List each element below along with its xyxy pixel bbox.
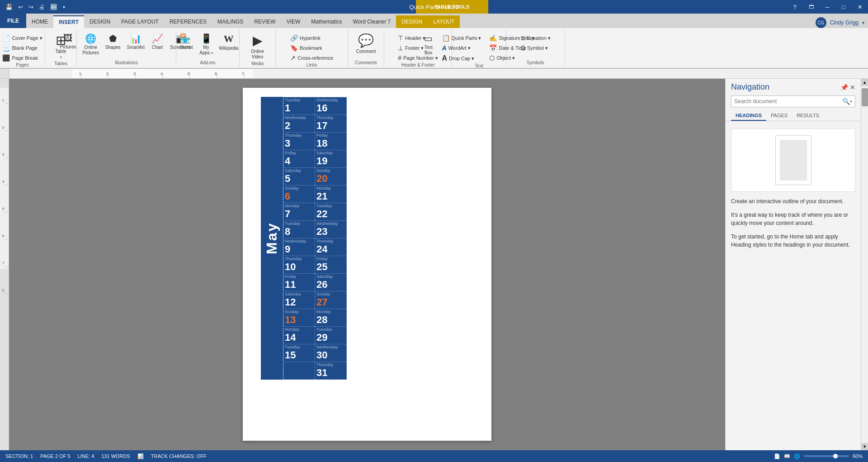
maximize-button[interactable]: □: [835, 0, 852, 14]
store-button[interactable]: 🏪 Store: [176, 32, 194, 52]
scroll-down-button[interactable]: ▼: [861, 443, 868, 450]
drop-cap-label: Drop Cap ▾: [449, 56, 474, 62]
ribbon-group-comments: 💬 Comment Comments: [348, 30, 384, 66]
text-box-label: TextBox: [424, 45, 432, 56]
cross-reference-button[interactable]: ↗ Cross-reference: [288, 53, 336, 62]
online-pictures-button[interactable]: 🌐 OnlinePictures: [80, 32, 102, 57]
user-name[interactable]: Cindy Grigg: [830, 19, 859, 26]
links-group-label: Links: [307, 62, 317, 68]
nav-tab-pages[interactable]: PAGES: [766, 111, 792, 121]
comment-button[interactable]: 💬 Comment: [354, 32, 378, 56]
pictures-button[interactable]: 🖼 Pictures: [57, 32, 79, 51]
tab-word-cleaner[interactable]: Word Cleaner 7: [347, 15, 396, 28]
tab-table-design[interactable]: DESIGN: [396, 15, 428, 28]
nav-description-1: Create an interactive outline of your do…: [731, 197, 855, 205]
tab-file[interactable]: FILE: [0, 14, 26, 28]
calendar-row: Thursday3Friday18: [283, 133, 347, 150]
chart-icon: 📈: [152, 33, 163, 44]
document-area[interactable]: May Tuesday1Wednesday16Wednesday2Thursda…: [9, 79, 725, 450]
search-icon[interactable]: 🔍: [842, 98, 850, 105]
nav-description-2: It's a great way to keep track of where …: [731, 211, 855, 227]
vertical-scrollbar[interactable]: ▲ ▼: [861, 79, 868, 450]
my-apps-button[interactable]: 📱 My Apps ▾: [195, 32, 217, 57]
save-icon[interactable]: 💾: [4, 3, 14, 11]
drop-cap-button[interactable]: A Drop Cap ▾: [439, 53, 484, 63]
tab-references[interactable]: REFERENCES: [164, 15, 212, 28]
symbol-button[interactable]: Ω Symbol ▾: [518, 43, 553, 52]
calendar-row: Monday14Tuesday29: [283, 327, 347, 344]
text-box-button[interactable]: ▭ TextBox: [420, 32, 437, 57]
scroll-thumb[interactable]: [862, 88, 868, 106]
zoom-thumb[interactable]: [833, 454, 838, 458]
close-button[interactable]: ✕: [852, 0, 868, 14]
hyperlink-button[interactable]: 🔗 Hyperlink: [288, 33, 336, 43]
svg-text:8: 8: [2, 288, 5, 292]
view-normal-icon[interactable]: 📄: [774, 453, 780, 459]
tab-review[interactable]: REVIEW: [249, 15, 281, 28]
tab-table-layout[interactable]: LAYOUT: [428, 15, 460, 28]
status-track: TRACK CHANGES: OFF: [151, 453, 207, 459]
print-icon[interactable]: 🖨: [37, 3, 47, 11]
vertical-ruler: 1 2 3 4 5 6 7 8: [0, 79, 9, 450]
equation-button[interactable]: π Equation ▾: [518, 33, 553, 43]
cover-page-button[interactable]: 📄 Cover Page ▾: [0, 33, 45, 43]
date-time-icon: 📅: [489, 44, 497, 52]
navigation-panel: Navigation 📌 ✕ 🔍 ▾ HEADINGS PAGES RESULT…: [725, 79, 861, 450]
quick-parts-button[interactable]: 📋 Quick Parts ▾: [439, 33, 484, 43]
calendar-cell-right: Wednesday16: [315, 97, 347, 115]
smartart-icon: 📊: [130, 33, 142, 44]
user-avatar: CG: [816, 17, 826, 28]
navigation-search-input[interactable]: [734, 98, 842, 105]
help-button[interactable]: ?: [787, 0, 803, 14]
online-video-label: OnlineVideo: [251, 49, 264, 60]
my-apps-icon: 📱: [201, 33, 212, 44]
scroll-up-button[interactable]: ▲: [861, 79, 868, 86]
bookmark-button[interactable]: 🔖 Bookmark: [288, 43, 336, 52]
my-apps-label: My Apps ▾: [198, 45, 214, 56]
page-break-button[interactable]: ⬛ Page Break: [0, 53, 45, 62]
nav-close-icon[interactable]: ✕: [850, 84, 855, 91]
tab-view[interactable]: VIEW: [281, 15, 306, 28]
restore-button[interactable]: 🗖: [803, 0, 819, 14]
minimize-button[interactable]: ─: [819, 0, 835, 14]
online-video-button[interactable]: ▶ OnlineVideo: [248, 32, 267, 61]
addins-items: 🏪 Store 📱 My Apps ▾ W Wikipedia: [176, 30, 239, 60]
ribbon-tabs: FILE HOME INSERT DESIGN PAGE LAYOUT REFE…: [0, 14, 868, 28]
wordart-button[interactable]: A WordArt ▾: [439, 43, 484, 52]
status-page: PAGE 2 OF 5: [40, 453, 70, 459]
calendar-cell-left: Sunday13: [283, 309, 315, 327]
zoom-level: 60%: [853, 453, 863, 459]
view-read-icon[interactable]: 📖: [784, 453, 790, 459]
nav-search-dropdown-icon[interactable]: ▾: [850, 99, 852, 104]
quick-parts-label: Quick Parts ▾: [452, 35, 481, 41]
view-web-icon[interactable]: 🌐: [794, 453, 800, 459]
tab-mailings[interactable]: MAILINGS: [212, 15, 249, 28]
svg-text:5: 5: [188, 71, 190, 76]
tab-home[interactable]: HOME: [26, 15, 53, 28]
zoom-slider[interactable]: [804, 455, 849, 457]
tab-page-layout[interactable]: PAGE LAYOUT: [116, 15, 164, 28]
undo-icon[interactable]: ↩: [16, 3, 25, 11]
text-column: 📋 Quick Parts ▾ A WordArt ▾ A Drop Cap ▾: [439, 32, 484, 63]
blank-page-button[interactable]: 📃 Blank Page: [0, 43, 45, 52]
nav-tab-results[interactable]: RESULTS: [792, 111, 824, 121]
chart-button[interactable]: 📈 Chart: [148, 32, 166, 52]
calendar-cell-left: Saturday5: [283, 168, 315, 186]
shapes-button[interactable]: ⬟ Shapes: [103, 32, 123, 52]
page-break-label: Page Break: [12, 55, 38, 61]
wikipedia-button[interactable]: W Wikipedia: [218, 32, 239, 52]
nav-pin-icon[interactable]: 📌: [840, 84, 848, 91]
svg-text:6: 6: [2, 234, 5, 238]
qa-dropdown-icon[interactable]: ▾: [61, 4, 67, 10]
scroll-track[interactable]: [861, 86, 868, 443]
tab-mathematics[interactable]: Mathematics: [306, 15, 347, 28]
spellcheck-icon[interactable]: 🔤: [48, 3, 59, 11]
redo-icon[interactable]: ↪: [27, 3, 35, 11]
tab-design[interactable]: DESIGN: [84, 15, 116, 28]
tab-insert[interactable]: INSERT: [53, 15, 84, 28]
comment-label: Comment: [356, 49, 376, 54]
nav-tab-headings[interactable]: HEADINGS: [731, 111, 766, 121]
smartart-button[interactable]: 📊 SmartArt: [124, 32, 147, 52]
user-dropdown-icon[interactable]: ▾: [862, 20, 864, 25]
page-number-icon: #: [398, 54, 401, 62]
